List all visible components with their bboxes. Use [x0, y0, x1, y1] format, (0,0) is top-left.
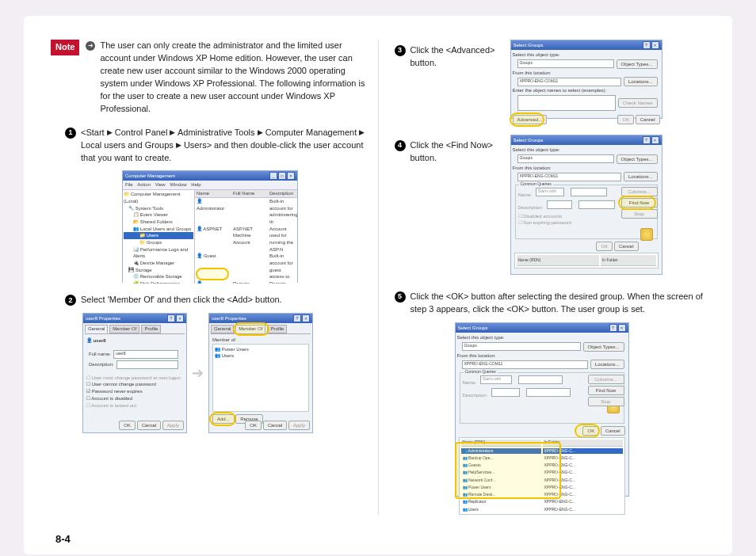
input-name [571, 188, 607, 196]
list-item[interactable]: Users [222, 353, 235, 358]
cancel-button[interactable]: Cancel [137, 421, 162, 430]
input-fullname[interactable]: user8 [113, 350, 178, 359]
close-icon[interactable]: × [302, 314, 310, 322]
label-fromloc: From this location: [513, 165, 660, 172]
label-enter: Enter the object names to select (exampl… [513, 87, 660, 94]
table-row[interactable]: 👤 ASPNETASP.NET Machine AccountAccount u… [195, 226, 297, 253]
tree-node[interactable]: Shared Folders [140, 219, 173, 224]
help-icon[interactable]: ? [643, 136, 651, 144]
menu-help[interactable]: Help [191, 182, 200, 187]
step-5-text: Click the <OK> button after selecting th… [410, 291, 706, 316]
menu-file[interactable]: File [125, 182, 133, 187]
input-name [518, 375, 563, 384]
cb-neverexpire[interactable]: Password never expires [92, 389, 143, 394]
input-desc [526, 388, 571, 397]
col-name[interactable]: Name [195, 190, 231, 197]
note-badge: Note [51, 40, 79, 55]
tree-node[interactable]: System Tools [136, 206, 164, 211]
ok-button[interactable]: OK [245, 421, 262, 430]
highlight-advanced [510, 112, 544, 127]
ok-button[interactable]: OK [596, 242, 613, 251]
locations-button[interactable]: Locations... [624, 77, 658, 86]
ok-button[interactable]: OK [617, 115, 634, 124]
col-desc[interactable]: Description [268, 190, 297, 197]
cb-mustchange[interactable]: User must change password at next logon [92, 375, 181, 380]
step-2: 2 Select 'Member Of' and then click the … [65, 294, 365, 307]
tree-node[interactable]: Local Users and Groups [140, 227, 192, 231]
close-icon[interactable]: × [287, 172, 295, 180]
close-icon[interactable]: × [176, 314, 184, 322]
help-icon[interactable]: ? [609, 324, 617, 332]
input-desc[interactable] [116, 360, 178, 369]
tab-profile[interactable]: Profile [267, 325, 287, 333]
cancel-button[interactable]: Cancel [263, 421, 288, 430]
minimize-icon[interactable]: _ [269, 172, 277, 180]
close-icon[interactable]: × [651, 136, 659, 144]
right-column: 3 Click the <Advanced> button. Select Gr… [384, 40, 714, 546]
tree-node-users[interactable]: Users [147, 233, 159, 238]
tree-root[interactable]: Computer Management (Local) [124, 192, 181, 204]
cb-disabled[interactable]: Account is disabled [91, 396, 132, 401]
object-types-button[interactable]: Object Types... [617, 154, 658, 164]
combo-namestarts: Starts with [480, 375, 512, 384]
cb-cannotchange[interactable]: User cannot change password [92, 382, 156, 387]
window-title: Select Groups [514, 42, 544, 49]
step-3-text: Click the <Advanced> button. [410, 44, 510, 70]
find-now-button[interactable]: Find Now [588, 386, 624, 395]
table-row[interactable]: 👤 AdministratorBuilt-in account for admi… [195, 198, 297, 226]
apply-button[interactable]: Apply [162, 421, 184, 430]
highlight-user-row [196, 268, 229, 280]
close-icon[interactable]: × [651, 41, 659, 49]
col-name[interactable]: Name (RDN) [517, 255, 599, 266]
cancel-button[interactable]: Cancel [601, 426, 625, 436]
help-icon[interactable]: ? [643, 41, 651, 49]
label-objtype: Select this object type: [457, 334, 627, 341]
label-fromloc: From this location: [457, 352, 627, 360]
ok-button[interactable]: OK [119, 421, 136, 430]
input-names[interactable] [517, 95, 616, 111]
locations-button[interactable]: Locations... [590, 360, 624, 369]
tab-general[interactable]: General [85, 325, 108, 333]
tree-node[interactable]: Event Viewer [140, 212, 168, 217]
apply-button[interactable]: Apply [288, 421, 310, 430]
label-objtype: Select this object type: [513, 147, 660, 154]
cancel-button[interactable]: Cancel [636, 115, 660, 124]
menu-view[interactable]: View [155, 182, 166, 187]
tree-node[interactable]: Storage [136, 268, 152, 272]
left-column: Note ➜ The user can only create the admi… [43, 40, 373, 546]
tree-node[interactable]: Disk Defragmenter [140, 281, 180, 284]
help-icon[interactable]: ? [167, 314, 175, 322]
col-fullname[interactable]: Full Name [231, 190, 268, 197]
tree-node[interactable]: Performance Logs and Alerts [133, 247, 188, 259]
maximize-icon[interactable]: □ [278, 172, 286, 180]
screenshot-user-props-memberof: user8 Properties?× General Member Of Pro… [208, 313, 313, 433]
tab-profile[interactable]: Profile [141, 325, 161, 333]
menu-action[interactable]: Action [137, 182, 151, 187]
object-types-button[interactable]: Object Types... [617, 59, 658, 69]
object-types-button[interactable]: Object Types... [583, 342, 624, 352]
col-folder[interactable]: In Folder [601, 255, 656, 266]
tab-general[interactable]: General [211, 325, 234, 333]
check-names-button[interactable]: Check Names [618, 98, 658, 108]
arrow-right-icon: ➔ [192, 363, 204, 383]
help-icon[interactable]: ? [293, 314, 301, 322]
window-title: Computer Management [125, 173, 175, 180]
step-number-4: 4 [395, 140, 406, 151]
tree-node[interactable]: Groups [147, 240, 162, 245]
locations-button[interactable]: Locations... [624, 172, 658, 181]
tree-node[interactable]: Removable Storage [140, 274, 182, 279]
menu-window[interactable]: Window [170, 182, 186, 187]
table-row[interactable]: 👤 HelpAssistantRemote Desktop Help Assis… [195, 280, 297, 284]
table-row[interactable]: 👥 ReplicatorXPPRO-ENG-C... [461, 499, 623, 505]
cancel-button[interactable]: Cancel [614, 242, 639, 251]
tab-memberof[interactable]: Member Of [109, 325, 139, 333]
stop-button[interactable]: Stop [588, 397, 624, 406]
tree-node[interactable]: Device Manager [140, 261, 175, 265]
label-desc: Description: [89, 361, 114, 368]
stop-button[interactable]: Stop [621, 209, 658, 219]
table-row[interactable]: 👥 UsersXPPRO-ENG-C... [461, 507, 623, 512]
close-icon[interactable]: × [618, 324, 626, 332]
columns-button[interactable]: Columns... [588, 375, 624, 384]
label-fullname: Full name: [89, 351, 111, 358]
list-item[interactable]: Power Users [222, 347, 249, 352]
